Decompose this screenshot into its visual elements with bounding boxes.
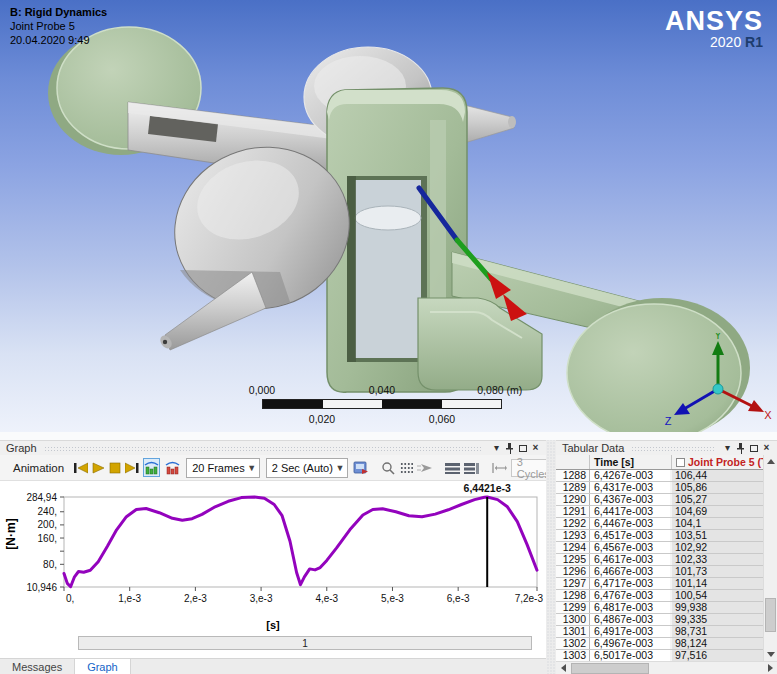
table-row[interactable]: 12996,4817e-00399,938 — [556, 602, 763, 614]
3d-viewport[interactable]: B: Rigid Dynamics Joint Probe 5 20.04.20… — [0, 0, 777, 432]
maximize-icon[interactable] — [516, 442, 529, 454]
tab-messages[interactable]: Messages — [0, 659, 75, 674]
panel-menu-icon[interactable]: ▾ — [721, 442, 734, 454]
timeline-slider[interactable]: 1 — [78, 636, 532, 650]
triad-z-label: Z — [665, 415, 672, 427]
tabular-data-panel: Tabular Data ▾ × Time [s] Joint Probe 5 … — [556, 440, 777, 674]
svg-text:80,: 80, — [43, 559, 57, 570]
horizontal-scrollbar[interactable] — [556, 661, 777, 674]
table-row[interactable]: 12906,4367e-003105,27 — [556, 494, 763, 506]
cycles-field: 3 Cycles — [511, 459, 551, 477]
table-row[interactable]: 12976,4717e-003101,14 — [556, 578, 763, 590]
table-row[interactable]: 13016,4917e-00398,731 — [556, 626, 763, 638]
animation-label: Animation — [13, 462, 64, 474]
horizontal-scroll-thumb[interactable] — [571, 663, 649, 674]
svg-text:1,e-3: 1,e-3 — [118, 593, 141, 604]
svg-text:3,e-3: 3,e-3 — [250, 593, 273, 604]
result-sets-toggle-icon[interactable] — [143, 458, 160, 477]
table-row[interactable]: 12916,4417e-003104,69 — [556, 506, 763, 518]
svg-text:284,94: 284,94 — [26, 492, 57, 503]
svg-text:200,: 200, — [38, 519, 57, 530]
triad-y-label: Y — [714, 333, 722, 341]
triad-x-label: X — [764, 409, 772, 421]
ruler-label: 0,000 — [249, 384, 275, 396]
maximize-icon[interactable] — [747, 442, 760, 454]
table-row[interactable]: 12956,4617e-003102,33 — [556, 554, 763, 566]
pin-icon[interactable] — [503, 442, 516, 454]
svg-text:6,4421e-3: 6,4421e-3 — [464, 482, 511, 494]
table-row[interactable]: 12896,4317e-003105,86 — [556, 482, 763, 494]
titlebar-texture — [631, 446, 714, 453]
table-row[interactable]: 12886,4267e-003106,44 — [556, 470, 763, 482]
tabular-panel-titlebar: Tabular Data ▾ × — [556, 441, 777, 455]
svg-text:160,: 160, — [38, 533, 57, 544]
frames-dropdown[interactable]: 20 Frames▼ — [186, 458, 260, 478]
export-video-icon[interactable] — [353, 459, 369, 477]
ruler-label: 0,060 — [429, 413, 455, 425]
svg-text:5,e-3: 5,e-3 — [381, 593, 404, 604]
vertical-scroll-track[interactable] — [764, 468, 777, 648]
scroll-down-button[interactable] — [764, 648, 777, 661]
chevron-down-icon: ▼ — [245, 463, 259, 473]
animation-stop-button[interactable] — [109, 459, 121, 477]
brand-text: ANSYS — [665, 8, 763, 34]
scroll-left-button[interactable] — [556, 662, 570, 674]
zoom-icon[interactable] — [381, 459, 396, 477]
cycle-range-icon — [491, 459, 507, 477]
result-timestamp: 20.04.2020 9:49 — [10, 33, 107, 47]
probe-arrow-icon[interactable] — [417, 459, 433, 477]
table-row[interactable]: 12966,4667e-003101,73 — [556, 566, 763, 578]
close-icon[interactable]: × — [529, 442, 542, 454]
ruler-label: 0,040 — [369, 384, 395, 396]
chart-canvas[interactable]: 284,94240,200,160,80,10,9460,1,e-32,e-33… — [0, 481, 546, 619]
analysis-title: B: Rigid Dynamics — [10, 5, 107, 19]
tabular-export-icon[interactable] — [445, 459, 460, 477]
ruler-label: 0,020 — [309, 413, 335, 425]
panel-gap — [0, 432, 777, 440]
table-row[interactable]: 12986,4767e-003100,54 — [556, 590, 763, 602]
chevron-down-icon: ▼ — [333, 463, 347, 473]
table-row[interactable]: 13006,4867e-00399,335 — [556, 614, 763, 626]
scroll-up-button[interactable] — [764, 455, 777, 468]
tabular-import-icon[interactable] — [464, 459, 479, 477]
vertical-scrollbar[interactable] — [763, 455, 777, 661]
tab-graph[interactable]: Graph — [75, 659, 131, 674]
table-row[interactable]: 12926,4467e-003104,1 — [556, 518, 763, 530]
table-row[interactable]: 12936,4517e-003103,51 — [556, 530, 763, 542]
table-row[interactable]: 13026,4967e-00398,124 — [556, 638, 763, 650]
close-icon[interactable]: × — [760, 442, 773, 454]
svg-text:10,946: 10,946 — [26, 582, 57, 593]
graph-panel-titlebar: Graph ▾ × — [0, 441, 546, 455]
graph-plot-area[interactable]: [N·m] 284,94240,200,160,80,10,9460,1,e-3… — [0, 481, 546, 658]
animation-play-button[interactable] — [92, 459, 105, 477]
result-annotation: B: Rigid Dynamics Joint Probe 5 20.04.20… — [10, 5, 107, 47]
ruler-label: 0,080 (m) — [477, 384, 522, 396]
orientation-triad[interactable]: Y X Z — [660, 333, 772, 429]
time-decay-toggle-icon[interactable] — [164, 458, 181, 477]
time-column-header: Time [s] — [590, 455, 672, 469]
index-column-header — [556, 455, 590, 469]
graph-panel: Graph ▾ × Animation — [0, 440, 546, 658]
table-header-row: Time [s] Joint Probe 5 (Total Moment — [556, 455, 763, 470]
vertical-scroll-thumb[interactable] — [765, 598, 776, 632]
svg-text:7,2e-3: 7,2e-3 — [515, 593, 544, 604]
grid-points-icon[interactable] — [400, 459, 413, 477]
slider-value: 1 — [302, 638, 308, 649]
scroll-right-button[interactable] — [763, 662, 777, 674]
x-axis-label: [s] — [0, 619, 546, 631]
column-checkbox[interactable] — [676, 458, 685, 467]
ansys-logo: ANSYS 2020 R1 — [665, 8, 763, 50]
panel-menu-icon[interactable]: ▾ — [490, 442, 503, 454]
table-row[interactable]: 12946,4567e-003102,92 — [556, 542, 763, 554]
animation-last-frame-button[interactable] — [125, 459, 139, 477]
version-text: 2020 R1 — [665, 34, 763, 50]
duration-dropdown[interactable]: 2 Sec (Auto)▼ — [266, 458, 348, 478]
animation-first-frame-button[interactable] — [74, 459, 88, 477]
panel-splitter[interactable] — [546, 440, 556, 674]
pin-icon[interactable] — [734, 442, 747, 454]
svg-text:2,e-3: 2,e-3 — [184, 593, 207, 604]
titlebar-texture — [44, 446, 483, 453]
table-row[interactable]: 13036,5017e-00397,516 — [556, 650, 763, 661]
scale-ruler: 0,000 0,040 0,080 (m) 0,020 0,060 — [248, 384, 520, 426]
joint-probe-marker — [403, 178, 533, 328]
